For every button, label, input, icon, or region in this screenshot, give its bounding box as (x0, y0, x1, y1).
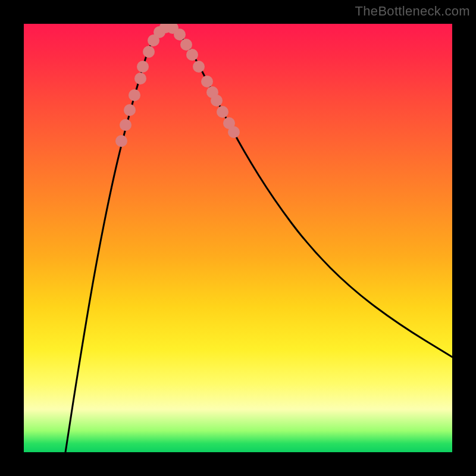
plot-area (24, 24, 452, 452)
data-marker (228, 126, 240, 138)
data-marker (193, 61, 205, 73)
chart-frame: TheBottleneck.com (0, 0, 476, 476)
data-marker (143, 46, 155, 58)
data-marker (134, 73, 146, 84)
watermark-text: TheBottleneck.com (355, 4, 470, 19)
data-marker (115, 135, 127, 147)
data-marker (186, 49, 198, 61)
bottleneck-curve (65, 28, 452, 452)
data-marker (120, 119, 131, 131)
data-marker (211, 95, 223, 107)
data-marker (174, 29, 186, 40)
marker-group (115, 24, 240, 147)
data-marker (201, 76, 213, 87)
plot-svg (24, 24, 452, 452)
data-marker (129, 89, 140, 101)
data-marker (180, 39, 192, 51)
data-marker (137, 61, 149, 73)
data-marker (217, 106, 228, 118)
data-marker (124, 104, 136, 116)
